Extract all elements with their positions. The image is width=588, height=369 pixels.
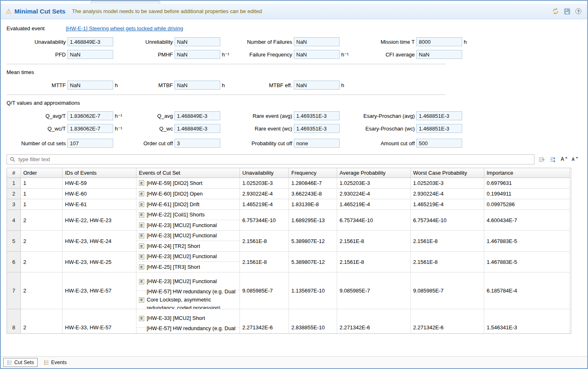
failure-frequency-field[interactable] [294, 50, 340, 59]
event-entry[interactable]: E[HW-E-25] [TR3] Short [136, 262, 239, 272]
event-entry[interactable]: E[HW-E-22] [Coil1] Shorts [136, 210, 239, 220]
column-header-average-probability[interactable]: Average Probability [337, 168, 411, 178]
event-entry[interactable]: E[HW-E-57] HW redundancy (e.g. Dual Core… [136, 328, 239, 334]
q-wc-field[interactable] [174, 124, 220, 133]
row-number-cell: 5 [7, 231, 21, 252]
probability-cut-off-field[interactable] [294, 139, 340, 148]
pmhf-label: PMHF [129, 52, 173, 58]
importance-cell: 0.09975286 [484, 199, 570, 210]
column-header-order[interactable]: Order [21, 168, 63, 178]
events-of-cut-set-cell: E[HW-E-60] [DIO2] Open [136, 189, 240, 199]
question-mark-glyph: ? [575, 8, 581, 14]
tab-cut-sets[interactable]: Cut Sets [3, 358, 38, 367]
view-header: ⚠ Minimal Cut Sets The analysis model ne… [1, 4, 587, 19]
average-probability-cell: 2.1561E-8 [337, 252, 411, 272]
column-header-unavailability[interactable]: Unavailability [240, 168, 289, 178]
frequency-cell: 3.662243E-8 [289, 189, 337, 199]
evaluated-event-link[interactable]: [HW-E-1] Steering wheel gets locked whil… [66, 25, 183, 32]
font-increase-icon[interactable]: A [560, 155, 568, 163]
ids-of-events-cell: HW-E-61 [63, 199, 136, 210]
events-of-cut-set-cell: E[HW-E-59] [DIO2] Short [136, 178, 240, 189]
event-entry[interactable]: E[HW-E-59] [DIO2] Short [136, 178, 239, 188]
worst-case-probability-cell: 2.930224E-4 [411, 189, 484, 199]
row-number-cell: 8 [7, 309, 21, 334]
number-of-cut-sets-field[interactable] [67, 139, 113, 148]
event-entry[interactable]: E[HW-E-60] [DIO2] Open [136, 189, 239, 199]
q-wc-t-field[interactable] [67, 124, 113, 133]
rare-event-wc-field[interactable] [294, 124, 340, 133]
number-of-failures-field[interactable] [294, 37, 340, 46]
events-of-cut-set-cell: E[HW-E-23] [MCU2] FunctionalE[HW-E-24] [… [136, 231, 240, 252]
evaluated-event-label: Evaluated event [7, 25, 66, 32]
event-entry[interactable]: E[HW-E-57] HW redundancy (e.g. Dual Core… [136, 291, 239, 309]
column-header-events-of-cut-set[interactable]: Events of Cut Set [136, 168, 240, 178]
column-header-worst-case-probability[interactable]: Worst Case Probability [411, 168, 484, 178]
importance-cell: 0.6979631 [484, 178, 570, 189]
event-entry[interactable]: E[HW-E-23] [MCU2] Functional [136, 220, 239, 230]
rare-event-avg-field[interactable] [294, 111, 340, 120]
event-label: [HW-E-25] [TR3] Short [147, 263, 200, 271]
event-icon: E [139, 191, 144, 196]
average-probability-cell: 2.1561E-8 [337, 231, 411, 252]
column-header-frequency[interactable]: Frequency [289, 168, 337, 178]
cut-set-row[interactable]: 31HW-E-61E[HW-E-61] [DIO2] Drift1.465219… [7, 199, 571, 210]
form-field-row: Q_avg/Th⁻¹Q_avgRare event (avg)Esary-Pro… [7, 111, 581, 120]
pmhf-field[interactable] [174, 50, 220, 59]
mtbf-field[interactable] [174, 81, 220, 90]
frequency-cell: 5.389807E-12 [289, 252, 337, 272]
average-probability-cell: 9.085985E-7 [337, 272, 411, 309]
event-icon: E [139, 212, 144, 218]
mission-time-t-field[interactable] [416, 37, 462, 46]
event-entry[interactable]: E[HW-E-24] [TR2] Short [136, 241, 239, 251]
unreliability-field[interactable] [174, 37, 220, 46]
column-header-num[interactable]: # [7, 168, 21, 178]
help-icon[interactable]: ? [575, 7, 582, 15]
cut-set-row[interactable]: 52HW-E-23, HW-E-24E[HW-E-23] [MCU2] Func… [7, 231, 571, 252]
worst-case-probability-cell: 1.025203E-3 [411, 178, 484, 189]
ids-of-events-cell: HW-E-59 [63, 178, 136, 189]
mtbf-label: MTBF [129, 82, 173, 88]
event-label: [HW-E-24] [TR2] Short [147, 242, 200, 250]
cut-set-row[interactable]: 11HW-E-59E[HW-E-59] [DIO2] Short1.025203… [7, 178, 571, 189]
event-entry[interactable]: E[HW-E-23] [MCU2] Functional [136, 252, 239, 262]
amount-cut-off-label: Amount cut off [357, 140, 415, 146]
row-number-cell: 1 [7, 178, 21, 189]
tab-events[interactable]: Events [40, 358, 70, 367]
ids-of-events-cell: HW-E-22, HW-E-23 [63, 210, 136, 231]
q-avg-field[interactable] [174, 111, 220, 120]
order-cut-off-field[interactable] [174, 139, 220, 148]
mttf-field[interactable] [67, 81, 113, 90]
worst-case-probability-cell: 2.271342E-6 [411, 309, 484, 334]
event-entry[interactable]: E[HW-E-61] [DIO2] Drift [136, 199, 239, 209]
font-decrease-icon[interactable]: A [571, 155, 579, 163]
filter-input[interactable] [18, 156, 531, 163]
event-label: [HW-E-61] [DIO2] Drift [147, 200, 199, 209]
cut-set-row[interactable]: 82HW-E-33, HW-E-57E[HW-E-33] [MCU2] Shor… [7, 309, 571, 334]
esary-proschan-avg-field[interactable] [416, 111, 462, 120]
esary-proschan-wc-field[interactable] [416, 124, 462, 133]
cut-set-row[interactable]: 42HW-E-22, HW-E-23E[HW-E-22] [Coil1] Sho… [7, 210, 571, 231]
recalculate-icon[interactable] [552, 7, 559, 15]
event-entry[interactable]: E[HW-E-23] [MCU2] Functional [136, 231, 239, 241]
column-header-importance[interactable]: Importance [484, 168, 570, 178]
unavailability-field[interactable] [67, 37, 113, 46]
pfd-field[interactable] [67, 50, 113, 59]
q-avg-t-label: Q_avg/T [7, 113, 66, 119]
cut-set-row[interactable]: 62HW-E-23, HW-E-25E[HW-E-23] [MCU2] Func… [7, 252, 571, 272]
ids-of-events-cell: HW-E-23, HW-E-25 [63, 252, 136, 272]
column-header-ids-of-events[interactable]: IDs of Events [63, 168, 136, 178]
event-icon: E [139, 180, 144, 186]
reorder-columns-icon[interactable] [549, 155, 557, 163]
event-label: [HW-E-23] [MCU2] Functional [147, 232, 217, 240]
unit-label: h⁻¹ [222, 52, 236, 58]
save-icon[interactable] [563, 7, 571, 15]
cut-set-row[interactable]: 21HW-E-60E[HW-E-60] [DIO2] Open2.930224E… [7, 189, 571, 199]
q-avg-t-field[interactable] [67, 111, 113, 120]
amount-cut-off-field[interactable] [416, 139, 462, 148]
unavailability-cell: 2.271342E-6 [240, 309, 289, 334]
mtbf-eff-field[interactable] [294, 81, 340, 90]
order-cell: 2 [21, 210, 63, 231]
cfi-average-field[interactable] [416, 50, 462, 59]
export-icon[interactable] [538, 155, 546, 163]
cut-set-row[interactable]: 72HW-E-23, HW-E-57E[HW-E-23] [MCU2] Func… [7, 272, 571, 309]
